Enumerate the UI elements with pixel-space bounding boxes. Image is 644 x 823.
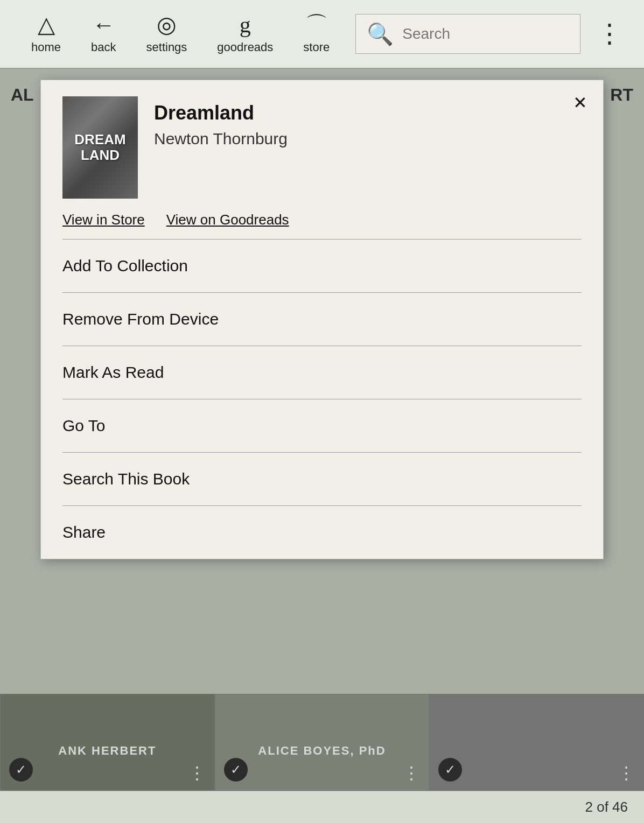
goodreads-nav-item[interactable]: g goodreads (202, 8, 288, 60)
book-info: Dreamland Newton Thornburg (154, 96, 582, 148)
view-in-store-link[interactable]: View in Store (62, 212, 145, 228)
settings-nav-item[interactable]: ◎ settings (131, 8, 202, 60)
settings-label: settings (146, 40, 187, 54)
menu-item-go-to[interactable]: Go To (41, 399, 603, 452)
main-content: AL RT ✓ ANK HERBERT ⋮ ✓ ALICE BOYES, PhD… (0, 69, 644, 791)
goodreads-icon: g (240, 13, 251, 36)
menu-item-remove-device[interactable]: Remove From Device (41, 293, 603, 346)
view-on-goodreads-link[interactable]: View on Goodreads (166, 212, 289, 228)
book-author: Newton Thornburg (154, 130, 582, 148)
more-menu-icon[interactable]: ⋮ (591, 21, 628, 47)
book-title: Dreamland (154, 102, 582, 124)
back-icon: ← (92, 13, 115, 36)
context-menu: DREAMLAND Dreamland Newton Thornburg × V… (40, 80, 604, 559)
close-button[interactable]: × (573, 91, 587, 115)
book-header: DREAMLAND Dreamland Newton Thornburg × (41, 80, 603, 212)
back-nav-item[interactable]: ← back (76, 8, 131, 60)
goodreads-label: goodreads (217, 40, 273, 54)
menu-item-mark-read[interactable]: Mark As Read (41, 346, 603, 399)
store-label: store (303, 40, 330, 54)
top-navigation: △ home ← back ◎ settings g goodreads ⌒ s… (0, 0, 644, 69)
menu-item-search-book[interactable]: Search This Book (41, 453, 603, 505)
back-label: back (91, 40, 116, 54)
status-bar: 2 of 46 (0, 791, 644, 823)
page-count: 2 of 46 (585, 799, 628, 815)
menu-item-add-collection[interactable]: Add To Collection (41, 240, 603, 292)
book-cover: DREAMLAND (62, 96, 138, 199)
menu-item-share[interactable]: Share (41, 506, 603, 559)
home-nav-item[interactable]: △ home (16, 8, 76, 60)
book-cover-inner: DREAMLAND (62, 96, 138, 199)
search-icon: 🔍 (367, 22, 394, 47)
view-links: View in Store View on Goodreads (41, 212, 603, 239)
store-icon: ⌒ (305, 13, 328, 36)
home-label: home (31, 40, 61, 54)
settings-icon: ◎ (157, 13, 177, 36)
book-cover-title: DREAMLAND (74, 132, 125, 163)
home-icon: △ (38, 13, 55, 36)
nav-items-left: △ home ← back ◎ settings g goodreads ⌒ s… (16, 8, 345, 60)
search-bar[interactable]: 🔍 (355, 14, 580, 54)
search-input[interactable] (402, 25, 569, 43)
store-nav-item[interactable]: ⌒ store (288, 8, 345, 60)
